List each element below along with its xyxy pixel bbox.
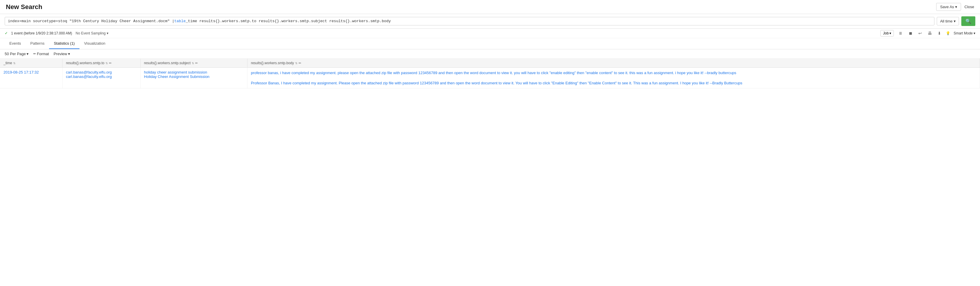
cell-smtp-subject: holiday cheer assignment submission Holi… [140, 68, 247, 88]
tab-events[interactable]: Events [5, 38, 26, 49]
pause-button[interactable]: ⏸ [897, 30, 904, 36]
lightbulb-icon: 💡 [946, 31, 950, 35]
col-header-time: _time ⇅ [0, 58, 62, 68]
search-button[interactable]: 🔍 [961, 16, 975, 26]
tab-visualization[interactable]: Visualization [80, 38, 110, 49]
search-bar: index=main sourcetype=stoq "19th Century… [0, 14, 980, 28]
header-actions: Save As Close [936, 3, 974, 11]
time-range-label: All time [940, 19, 953, 23]
cell-smtp-body: professor banas, i have completed my ass… [247, 68, 980, 88]
col-header-smtp-subject: results{}.workers.smtp.subject ⇅ ✏ [140, 58, 247, 68]
event-count: 1 event (before 1/9/20 2:38:17.000 AM) [11, 31, 72, 35]
col-header-smtp-to: results{}.workers.smtp.to ⇅ ✏ [62, 58, 140, 68]
check-icon: ✓ [5, 31, 8, 35]
results-table-container: _time ⇅ results{}.workers.smtp.to ⇅ ✏ re… [0, 58, 980, 88]
tabs: Events Patterns Statistics (1) Visualiza… [0, 38, 980, 49]
search-query-plain: index=main sourcetype=stoq "19th Century… [8, 19, 175, 23]
time-picker[interactable]: All time [937, 17, 959, 25]
stop-button[interactable]: ⏹ [907, 30, 914, 36]
per-page-button[interactable]: 50 Per Page [5, 52, 29, 56]
download-button[interactable]: ⬇ [937, 30, 942, 36]
format-button[interactable]: Format [33, 52, 49, 56]
search-input-wrapper[interactable]: index=main sourcetype=stoq "19th Century… [5, 17, 934, 25]
col-smtp-body-label: results{}.workers.smtp.body [251, 61, 294, 65]
page-title: New Search [6, 3, 42, 11]
col-smtp-to-label: results{}.workers.smtp.to [66, 61, 104, 65]
smtp-subject-value-2: Holiday Cheer Assignment Submission [144, 74, 244, 79]
tab-patterns[interactable]: Patterns [26, 38, 49, 49]
smtp-to-value-1: carl.banas@faculty.elfu.org [66, 70, 137, 74]
status-bar: ✓ 1 event (before 1/9/20 2:38:17.000 AM)… [0, 28, 980, 38]
smtp-body-value-2: Professor Banas, I have completed my ass… [251, 80, 976, 86]
sort-icon-smtp-to[interactable]: ⇅ [105, 62, 108, 65]
smart-mode-dropdown[interactable]: Smart Mode [954, 31, 975, 35]
preview-button[interactable]: Preview [54, 52, 70, 56]
share-button[interactable]: ↩ [917, 30, 923, 36]
cell-smtp-to: carl.banas@faculty.elfu.org carl.banas@f… [62, 68, 140, 88]
sort-icon-smtp-body[interactable]: ⇅ [295, 62, 298, 65]
results-table: _time ⇅ results{}.workers.smtp.to ⇅ ✏ re… [0, 58, 980, 88]
sort-icon-time[interactable]: ⇅ [13, 62, 16, 65]
job-button[interactable]: Job [880, 30, 894, 36]
save-as-button[interactable]: Save As [936, 3, 961, 11]
cell-time: 2019-08-25 17:17:32 [0, 68, 62, 88]
col-time-label: _time [3, 61, 12, 65]
col-header-smtp-body: results{}.workers.smtp.body ⇅ ✏ [247, 58, 980, 68]
search-query-rest: _time results{}.workers.smtp.to results{… [186, 19, 391, 23]
smtp-to-value-2: carl.banas@faculty.elfu.org [66, 74, 137, 79]
time-value: 2019-08-25 17:17:32 [3, 70, 39, 74]
header: New Search Save As Close [0, 0, 980, 14]
sort-icon-smtp-subject[interactable]: ⇅ [192, 62, 194, 65]
edit-col-smtp-body-icon[interactable]: ✏ [299, 61, 301, 65]
status-left: ✓ 1 event (before 1/9/20 2:38:17.000 AM)… [5, 31, 108, 35]
table-header-row: _time ⇅ results{}.workers.smtp.to ⇅ ✏ re… [0, 58, 980, 68]
col-smtp-subject-label: results{}.workers.smtp.subject [144, 61, 191, 65]
edit-col-smtp-subject-icon[interactable]: ✏ [195, 61, 198, 65]
close-button[interactable]: Close [964, 5, 974, 9]
tab-statistics[interactable]: Statistics (1) [49, 38, 80, 49]
no-sampling-dropdown[interactable]: No Event Sampling [76, 31, 108, 35]
status-right: Job ⏸ ⏹ ↩ 🖶 ⬇ 💡 Smart Mode [880, 30, 975, 36]
smtp-subject-value-1: holiday cheer assignment submission [144, 70, 244, 74]
edit-col-smtp-to-icon[interactable]: ✏ [109, 61, 111, 65]
print-button[interactable]: 🖶 [926, 30, 933, 36]
toolbar: 50 Per Page Format Preview [0, 49, 980, 58]
search-query-link[interactable]: table [175, 19, 186, 23]
table-row: 2019-08-25 17:17:32 carl.banas@faculty.e… [0, 68, 980, 88]
smtp-body-value-1: professor banas, i have completed my ass… [251, 70, 976, 76]
